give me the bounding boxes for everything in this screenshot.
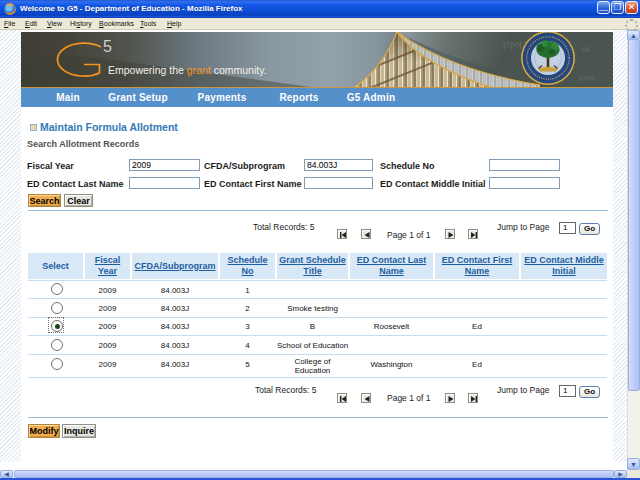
svg-text:y=mx: y=mx [578, 74, 595, 82]
svg-text:=θ: =θ [581, 46, 589, 53]
svg-text:5: 5 [103, 38, 112, 55]
svg-text:Empowering the grant community: Empowering the grant community. [108, 64, 267, 76]
